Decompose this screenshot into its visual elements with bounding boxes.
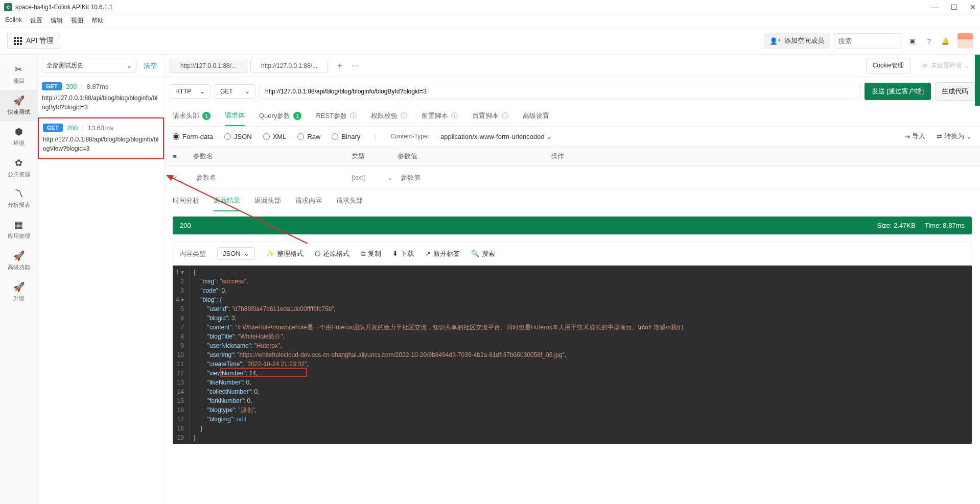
protocol-select[interactable]: HTTP⌄ <box>170 84 211 99</box>
history-url: http://127.0.0.1:88/api/blog/blog/blogin… <box>42 93 160 112</box>
close-icon[interactable]: ✕ <box>970 3 976 11</box>
restore-button[interactable]: ⬡还原格式 <box>315 249 349 258</box>
size-value: 2.47KB <box>894 222 916 229</box>
radio-binary[interactable]: Binary <box>332 133 360 140</box>
rail-label: 环境 <box>13 139 25 147</box>
resp-tab-reqheader[interactable]: 请求头部 <box>336 196 363 211</box>
api-management-button[interactable]: API 管理 <box>7 33 60 49</box>
chart-icon: 〽 <box>14 188 24 199</box>
generate-code-button[interactable]: 生成代码 <box>935 82 975 101</box>
history-item[interactable]: GET 200 | 8.87ms http://127.0.0.1:88/api… <box>38 77 164 117</box>
tab-advanced[interactable]: 高级设置 <box>523 106 549 126</box>
environment-select[interactable]: 👁 未设置环境 ⌄ <box>917 58 975 73</box>
help-icon[interactable]: ? <box>921 33 937 49</box>
history-filter-select[interactable]: 全部测试历史⌄ <box>42 59 136 73</box>
rail-quicktest[interactable]: 🚀快速测试 <box>0 90 37 121</box>
info-icon: ⓘ <box>502 111 508 121</box>
col-value: 参数值 <box>398 152 551 161</box>
param-name-input[interactable] <box>193 171 346 184</box>
search-input[interactable] <box>834 33 900 49</box>
add-space-member-button[interactable]: 👤⁺ 添加空间成员 <box>764 33 830 49</box>
menu-view[interactable]: 视图 <box>71 16 83 25</box>
tab-prescript[interactable]: 前置脚本ⓘ <box>422 106 458 126</box>
response-code-viewer[interactable]: 1 ▾2 3 4 ▾5 6 7 8 9 10 11 12 13 14 15 16… <box>173 266 972 444</box>
grid-icon <box>14 37 22 45</box>
menu-settings[interactable]: 设置 <box>30 16 42 25</box>
url-tab[interactable]: http://127.0.0.1:88/... <box>250 59 328 73</box>
badge-count: 1 <box>293 112 301 120</box>
tab-query[interactable]: Query参数1 <box>259 106 301 126</box>
menu-edit[interactable]: 编辑 <box>51 16 63 25</box>
method-label: GET <box>220 88 233 95</box>
clear-history-link[interactable]: 清空 <box>141 61 160 70</box>
radio-formdata[interactable]: Form-data <box>173 133 213 140</box>
rail-report[interactable]: 〽分析报表 <box>0 183 37 214</box>
method-select[interactable]: GET⌄ <box>215 84 255 99</box>
url-input[interactable] <box>260 84 860 99</box>
tab-postscript[interactable]: 后置脚本ⓘ <box>472 106 508 126</box>
rail-project[interactable]: ✂项目 <box>0 59 37 90</box>
add-tab-icon[interactable]: + <box>331 61 348 70</box>
param-type-select[interactable]: [text]⌄ <box>352 174 392 181</box>
info-icon: ⓘ <box>451 111 458 121</box>
copy-button[interactable]: ⧉复制 <box>361 249 381 258</box>
radio-json[interactable]: JSON <box>224 133 252 140</box>
check-icon[interactable]: ✓ <box>173 174 193 181</box>
resp-tab-timing[interactable]: 时间分析 <box>173 196 199 211</box>
menu-help[interactable]: 帮助 <box>91 16 104 25</box>
radio-label: Form-data <box>182 133 213 140</box>
url-tab[interactable]: http://127.0.0.1:88/... <box>170 59 247 73</box>
action-label: 整理格式 <box>277 249 304 258</box>
import-button[interactable]: ⇥导入 <box>904 132 925 141</box>
import-label: 导入 <box>912 132 925 141</box>
tidy-button[interactable]: ✨整理格式 <box>266 249 304 258</box>
content-type-value[interactable]: application/x-www-form-urlencoded ⌄ <box>440 133 552 140</box>
convert-button[interactable]: ⇄转换为⌄ <box>937 132 972 141</box>
rail-apps[interactable]: ▦应用管理 <box>0 214 37 245</box>
search-response-button[interactable]: 🔍搜索 <box>471 249 495 258</box>
newtab-button[interactable]: ↗新开标签 <box>425 249 460 258</box>
param-value-input[interactable] <box>398 171 546 184</box>
add-member-label: 添加空间成员 <box>784 36 824 45</box>
tab-body[interactable]: 请求体 <box>225 106 245 126</box>
wand-icon: ✨ <box>266 250 274 257</box>
top-toolbar: API 管理 👤⁺ 添加空间成员 ▣ ? 🔔 <box>0 28 980 55</box>
resp-tab-result[interactable]: 返回结果 <box>214 196 240 211</box>
method-badge: GET <box>43 124 63 132</box>
rail-upgrade[interactable]: 🚀升级 <box>0 276 37 307</box>
radio-xml[interactable]: XML <box>263 133 287 140</box>
tab-rest[interactable]: REST参数ⓘ <box>316 106 357 126</box>
maximize-icon[interactable]: ☐ <box>951 3 958 11</box>
cookie-manage-button[interactable]: Cookie管理 <box>866 58 911 74</box>
chevron-down-icon: ⌄ <box>546 133 552 140</box>
tab-headers[interactable]: 请求头部1 <box>173 106 211 126</box>
response-toolbar: 内容类型 JSON⌄ ✨整理格式 ⬡还原格式 ⧉复制 ⬇下载 ↗新开标签 🔍搜索 <box>173 242 972 266</box>
size-label: Size: <box>877 222 892 229</box>
minimize-icon[interactable]: — <box>931 3 939 11</box>
info-icon: ⓘ <box>350 111 357 121</box>
resp-tab-respheader[interactable]: 返回头部 <box>254 196 281 211</box>
send-button[interactable]: 发送 [通过客户端] <box>865 83 931 100</box>
format-select[interactable]: JSON⌄ <box>217 247 255 260</box>
download-button[interactable]: ⬇下载 <box>392 249 414 258</box>
more-tabs-icon[interactable]: ⋯ <box>352 62 358 69</box>
content-type-label: Content-Type: <box>391 133 429 140</box>
radio-label: XML <box>273 133 287 140</box>
rail-advanced[interactable]: 🚀高级功能 <box>0 245 37 276</box>
calendar-icon[interactable]: ▣ <box>904 33 921 49</box>
rail-env[interactable]: ⬢环境 <box>0 121 37 152</box>
radio-label: JSON <box>234 133 252 140</box>
tab-auth[interactable]: 权限校验ⓘ <box>371 106 407 126</box>
tab-label: 权限校验 <box>371 111 398 121</box>
ct-text: application/x-www-form-urlencoded <box>440 133 545 140</box>
chevron-down-icon: ⌄ <box>244 250 249 257</box>
scrollbar[interactable] <box>975 55 980 106</box>
rail-public[interactable]: ✿公共资源 <box>0 152 37 183</box>
bell-icon[interactable]: 🔔 <box>937 33 953 49</box>
resp-tab-reqcontent[interactable]: 请求内容 <box>295 196 322 211</box>
avatar[interactable] <box>958 33 973 49</box>
history-item-selected[interactable]: GET 200 | 13.63ms http://127.0.0.1:88/ap… <box>38 117 164 159</box>
history-filter-label: 全部测试历史 <box>46 61 83 70</box>
menu-eolink[interactable]: Eolink <box>5 16 22 25</box>
radio-raw[interactable]: Raw <box>297 133 320 140</box>
